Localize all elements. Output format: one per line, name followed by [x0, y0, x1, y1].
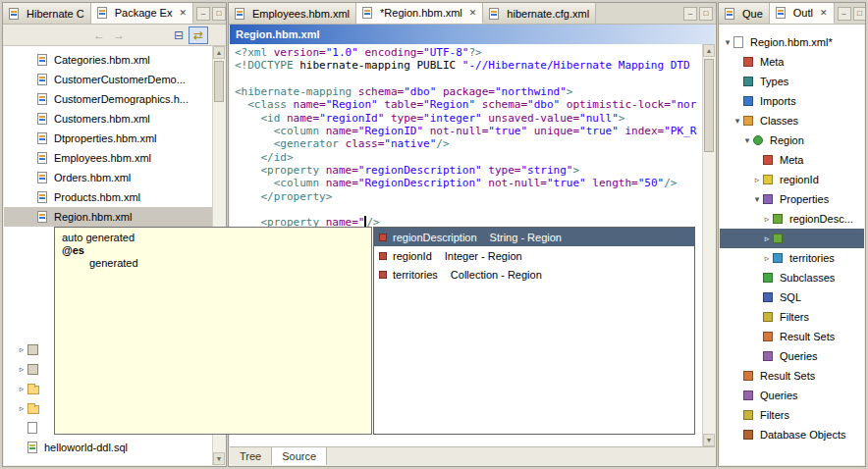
tree-item-customercustomerdemo[interactable]: CustomerCustomerDemo... [4, 70, 212, 89]
code-line[interactable]: </property> [235, 190, 702, 203]
tree-item-label: Queries [757, 390, 801, 401]
outline-item-regionid[interactable]: ▹regionId [720, 170, 864, 189]
outline-item-queries[interactable]: Queries [720, 386, 864, 405]
expander-closed-icon[interactable]: ▹ [761, 253, 773, 263]
completion-item-regionid[interactable]: regionIdInteger - Region [374, 246, 694, 265]
expander-open-icon[interactable]: ▾ [722, 37, 733, 47]
completion-item-regiondescription[interactable]: regionDescriptionString - Region [374, 228, 694, 246]
tree-item-label: helloworld-ddl.sql [41, 442, 131, 453]
link-with-editor-icon[interactable]: ⇄ [189, 26, 208, 44]
expander-open-icon[interactable]: ▾ [732, 116, 743, 126]
tab-tree[interactable]: Tree [230, 447, 272, 465]
forward-icon[interactable]: → [109, 26, 129, 44]
code-line[interactable] [235, 203, 702, 216]
expander-closed-icon[interactable]: ▹ [16, 403, 27, 413]
outline-item-region[interactable]: ▾Region [720, 130, 864, 150]
minimize-icon[interactable]: – [196, 7, 210, 21]
code-token: schema= [358, 85, 404, 98]
tree-item-helloworld-ddl-sql[interactable]: helloworld-ddl.sql [4, 438, 212, 457]
code-line[interactable]: <?xml version="1.0" encoding="UTF-8"?> [235, 46, 702, 59]
code-line[interactable]: <property name="regionDescription" type=… [235, 164, 702, 177]
code-token: <column [274, 125, 326, 137]
property-icon [379, 234, 387, 241]
outline-tree[interactable]: ▾Region.hbm.xml*MetaTypesImports▾Classes… [720, 25, 864, 465]
collapse-all-icon[interactable]: ⊟ [169, 26, 189, 44]
close-icon[interactable]: ✕ [469, 8, 477, 18]
outline-item-result-sets[interactable]: Result Sets [720, 327, 864, 346]
outline-item-territories[interactable]: ▹territories [720, 248, 864, 268]
close-icon[interactable]: ✕ [179, 8, 187, 18]
code-token: "nor [671, 98, 697, 111]
outline-item-result-sets[interactable]: Result Sets [720, 366, 864, 386]
code-token: package= [443, 85, 495, 98]
code-line[interactable]: <column name="RegionDescription" not-nul… [235, 177, 702, 189]
tree-item-orders-hbm-xml[interactable]: Orders.hbm.xml [4, 168, 212, 187]
tree-item-region-hbm-xml[interactable]: Region.hbm.xml [4, 207, 212, 227]
outline-item-types[interactable]: Types [720, 72, 864, 91]
back-icon[interactable]: ← [89, 26, 109, 44]
tree-item-customerdemographics-h[interactable]: CustomerDemographics.h... [4, 89, 212, 109]
code-line[interactable]: <hibernate-mapping schema="dbo" package=… [235, 85, 702, 98]
editor-scrollbar[interactable]: ▲ ▼ [702, 44, 715, 446]
outline-item-classes[interactable]: ▾Classes [720, 111, 864, 130]
tree-item-label: Employees.hbm.xml [51, 152, 154, 164]
outline-item-filters[interactable]: Filters [720, 405, 864, 425]
expander-closed-icon[interactable]: ▹ [751, 175, 763, 184]
outline-item-queries[interactable]: Queries [720, 346, 864, 366]
view-tab-outl[interactable]: Outl✕ [770, 3, 835, 24]
tree-item-employees-hbm-xml[interactable]: Employees.hbm.xml [4, 148, 212, 168]
tree-item-dtproperties-hbm-xml[interactable]: Dtproperties.hbm.xml [4, 129, 212, 148]
expander-open-icon[interactable]: ▾ [741, 135, 753, 145]
outline-item-properties[interactable]: ▾Properties [720, 189, 864, 209]
code-line[interactable]: <class name="Region" table="Region" sche… [235, 98, 702, 111]
minimize-icon[interactable]: – [838, 7, 851, 21]
outline-item-imports[interactable]: Imports [720, 91, 864, 111]
outline-item-sql[interactable]: SQL [720, 287, 864, 307]
expander-closed-icon[interactable]: ▹ [16, 384, 27, 393]
code-token: length= [592, 177, 637, 189]
editor-tab-region-hbm-xml[interactable]: *Region.hbm.xml✕ [356, 3, 483, 24]
tree-item-products-hbm-xml[interactable]: Products.hbm.xml [4, 187, 212, 207]
outline-item-meta[interactable]: Meta [720, 52, 864, 72]
editor-tab-employees-hbm-xml[interactable]: Employees.hbm.xml [229, 3, 356, 24]
outline-item-subclasses[interactable]: Subclasses [720, 268, 864, 287]
code-line[interactable]: <!DOCTYPE hibernate-mapping PUBLIC "-//H… [235, 59, 702, 72]
view-tab-package-ex[interactable]: Package Ex✕ [91, 3, 193, 24]
scrollbar-thumb[interactable] [704, 59, 714, 152]
tree-item-categories-hbm-xml[interactable]: Categories.hbm.xml [4, 50, 212, 70]
db-icon [743, 430, 753, 440]
code-line[interactable]: <id name="regionId" type="integer" unsav… [235, 112, 702, 125]
minimize-icon[interactable]: – [683, 7, 697, 21]
outline-item-filters[interactable]: Filters [720, 307, 864, 327]
outline-item-meta[interactable]: Meta [720, 150, 864, 170]
completion-item-territories[interactable]: territoriesCollection - Region [374, 265, 694, 284]
scroll-down-icon[interactable]: ▼ [213, 452, 225, 465]
scroll-up-icon[interactable]: ▲ [703, 44, 715, 57]
expander-closed-icon[interactable]: ▹ [761, 234, 773, 243]
scrollbar-thumb[interactable] [214, 61, 224, 102]
tree-item-label: regionDesc... [787, 213, 856, 225]
code-line[interactable]: <column name="RegionID" not-null="true" … [235, 125, 702, 137]
expander-closed-icon[interactable]: ▹ [16, 344, 27, 354]
outline-item-regiondesc[interactable]: ▹regionDesc... [720, 209, 864, 229]
expander-closed-icon[interactable]: ▹ [761, 214, 773, 224]
close-icon[interactable]: ✕ [820, 8, 828, 18]
expander-open-icon[interactable]: ▾ [751, 194, 763, 204]
tab-source[interactable]: Source [272, 447, 327, 465]
view-tab-que[interactable]: Que [719, 3, 770, 24]
scroll-up-icon[interactable]: ▲ [213, 46, 225, 59]
scroll-down-icon[interactable]: ▼ [703, 434, 715, 446]
maximize-icon[interactable]: □ [699, 7, 713, 21]
view-tab-hibernate-c[interactable]: Hibernate C [3, 3, 91, 24]
outline-item-item[interactable]: ▹ [720, 229, 864, 248]
code-line[interactable] [235, 73, 702, 85]
expander-closed-icon[interactable]: ▹ [16, 364, 27, 374]
maximize-icon[interactable]: □ [212, 7, 226, 21]
code-line[interactable]: <generator class="native"/> [235, 137, 702, 150]
outline-item-database-objects[interactable]: Database Objects [720, 425, 864, 444]
tree-item-customers-hbm-xml[interactable]: Customers.hbm.xml [4, 109, 212, 129]
editor-tab-hibernate-cfg-xml[interactable]: hibernate.cfg.xml [483, 3, 596, 24]
code-line[interactable]: </id> [235, 151, 702, 164]
maximize-icon[interactable]: □ [853, 7, 865, 21]
outline-item-region-hbm-xml[interactable]: ▾Region.hbm.xml* [720, 32, 864, 52]
